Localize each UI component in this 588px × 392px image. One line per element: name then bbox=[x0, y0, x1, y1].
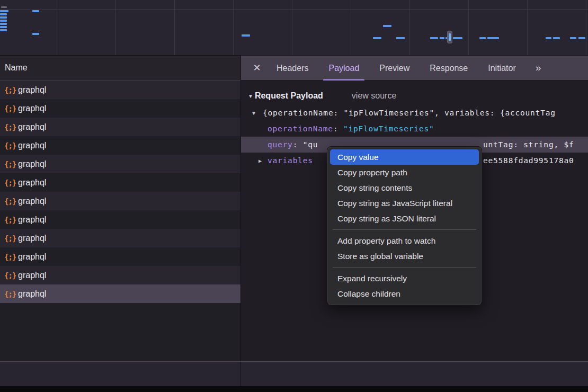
operation-name-row[interactable]: operationName: "ipFlowTimeseries" bbox=[241, 121, 588, 137]
request-row[interactable]: {;}graphql bbox=[0, 136, 240, 155]
request-row[interactable]: {;}graphql bbox=[0, 266, 240, 284]
json-braces-icon: {;} bbox=[4, 123, 18, 131]
json-braces-icon: {;} bbox=[4, 104, 18, 113]
request-row[interactable]: {;}graphql bbox=[0, 118, 240, 136]
property-key: variables bbox=[268, 156, 313, 165]
menu-item-expand-recursively[interactable]: Expand recursively bbox=[330, 271, 479, 286]
request-row[interactable]: {;}graphql bbox=[0, 173, 240, 192]
waterfall-bar[interactable] bbox=[0, 13, 7, 15]
menu-item-copy-string-as-javascript-literal[interactable]: Copy string as JavaScript literal bbox=[330, 195, 479, 211]
menu-separator bbox=[333, 229, 476, 230]
network-main-split: Name {;}graphql{;}graphql{;}graphql{;}gr… bbox=[0, 56, 588, 386]
tab-label: Headers bbox=[277, 64, 308, 73]
expand-triangle-icon[interactable]: ▼ bbox=[252, 110, 255, 116]
window-bottom-edge bbox=[0, 386, 588, 392]
menu-item-collapse-children[interactable]: Collapse children bbox=[330, 286, 479, 301]
menu-item-copy-property-path[interactable]: Copy property path bbox=[330, 165, 479, 180]
waterfall-bar[interactable] bbox=[0, 10, 8, 12]
waterfall-bar[interactable] bbox=[453, 37, 462, 39]
overview-gridline bbox=[527, 0, 528, 56]
menu-item-copy-string-contents[interactable]: Copy string contents bbox=[330, 180, 479, 195]
overview-gridline bbox=[174, 0, 175, 56]
tab-payload[interactable]: Payload bbox=[318, 56, 369, 81]
waterfall-bar[interactable] bbox=[553, 37, 560, 39]
tab-label: Response bbox=[430, 64, 468, 73]
waterfall-bar[interactable] bbox=[242, 34, 250, 37]
waterfall-bar[interactable] bbox=[0, 23, 7, 25]
waterfall-bar[interactable] bbox=[570, 37, 576, 39]
view-source-link[interactable]: view source bbox=[352, 91, 396, 101]
panel-divider bbox=[240, 362, 241, 386]
waterfall-bar[interactable] bbox=[430, 37, 438, 39]
waterfall-bar[interactable] bbox=[1, 6, 7, 8]
menu-item-add-property-path-to-watch[interactable]: Add property path to watch bbox=[330, 233, 479, 248]
request-name-label: graphql bbox=[18, 104, 46, 113]
close-icon[interactable]: ✕ bbox=[247, 58, 266, 77]
request-row[interactable]: {;}graphql bbox=[0, 155, 240, 173]
expand-triangle-icon[interactable]: ▶ bbox=[259, 158, 262, 164]
waterfall-bar[interactable] bbox=[546, 37, 551, 39]
request-name-label: graphql bbox=[18, 159, 46, 169]
menu-item-store-as-global-variable[interactable]: Store as global variable bbox=[330, 248, 479, 264]
menu-item-copy-value[interactable]: Copy value bbox=[330, 149, 479, 165]
request-name-label: graphql bbox=[18, 141, 46, 150]
payload-root-row[interactable]: ▼ {operationName: "ipFlowTimeseries", va… bbox=[241, 105, 588, 121]
request-name-label: graphql bbox=[18, 85, 46, 95]
json-braces-icon: {;} bbox=[4, 234, 18, 243]
json-braces-icon: {;} bbox=[4, 160, 18, 168]
tab-headers[interactable]: Headers bbox=[266, 56, 318, 81]
overview-horizontal-gridline bbox=[0, 9, 588, 10]
overview-gridline bbox=[115, 0, 116, 56]
waterfall-bar[interactable] bbox=[32, 33, 39, 35]
waterfall-bar[interactable] bbox=[396, 37, 405, 39]
waterfall-bar[interactable] bbox=[0, 16, 7, 19]
request-row[interactable]: {;}graphql bbox=[0, 210, 240, 229]
waterfall-bar[interactable] bbox=[32, 10, 39, 12]
json-braces-icon: {;} bbox=[4, 179, 18, 187]
json-braces-icon: {;} bbox=[4, 216, 18, 224]
waterfall-bar[interactable] bbox=[440, 37, 444, 39]
waterfall-bar[interactable] bbox=[479, 37, 486, 39]
waterfall-bar[interactable] bbox=[487, 37, 499, 39]
devtools-network-panel: Name {;}graphql{;}graphql{;}graphql{;}gr… bbox=[0, 0, 588, 392]
request-row[interactable]: {;}graphql bbox=[0, 81, 240, 99]
summary-footer-bar bbox=[0, 361, 588, 386]
tab-label: Preview bbox=[379, 64, 409, 73]
tab-response[interactable]: Response bbox=[420, 56, 478, 81]
overview-gridline bbox=[409, 0, 410, 56]
property-key: query bbox=[268, 140, 293, 149]
name-column-header[interactable]: Name bbox=[0, 56, 240, 81]
waterfall-bar[interactable] bbox=[0, 20, 7, 22]
tab-preview[interactable]: Preview bbox=[369, 56, 420, 81]
waterfall-bar[interactable] bbox=[383, 25, 391, 27]
menu-item-copy-string-as-json-literal[interactable]: Copy string as JSON literal bbox=[330, 211, 479, 226]
tab-initiator[interactable]: Initiator bbox=[478, 56, 525, 81]
request-list-panel: Name {;}graphql{;}graphql{;}graphql{;}gr… bbox=[0, 56, 241, 386]
request-row[interactable]: {;}graphql bbox=[0, 99, 240, 118]
property-value-continuation: untTag: string, $f bbox=[483, 140, 574, 149]
waterfall-bar[interactable] bbox=[0, 29, 7, 31]
request-name-label: graphql bbox=[18, 234, 46, 243]
network-overview-timeline[interactable] bbox=[0, 0, 588, 56]
payload-root-preview: {operationName: "ipFlowTimeseries", vari… bbox=[252, 109, 556, 117]
request-name-label: graphql bbox=[18, 197, 46, 206]
context-menu: Copy valueCopy property pathCopy string … bbox=[327, 146, 482, 306]
tab-label: Payload bbox=[328, 64, 359, 73]
request-row[interactable]: {;}graphql bbox=[0, 284, 240, 303]
request-row[interactable]: {;}graphql bbox=[0, 247, 240, 266]
more-tabs-icon[interactable]: » bbox=[530, 62, 546, 74]
request-name-label: graphql bbox=[18, 215, 46, 225]
request-row[interactable]: {;}graphql bbox=[0, 229, 240, 247]
request-name-label: graphql bbox=[18, 178, 46, 188]
payload-section-header[interactable]: ▼ Request Payload view source bbox=[241, 87, 588, 105]
waterfall-bar[interactable] bbox=[578, 37, 585, 39]
overview-gridline bbox=[292, 0, 292, 56]
request-row[interactable]: {;}graphql bbox=[0, 192, 240, 210]
selected-request-marker-bar bbox=[449, 33, 451, 41]
collapse-triangle-icon: ▼ bbox=[248, 93, 253, 99]
property-value: "ipFlowTimeseries" bbox=[343, 124, 434, 133]
waterfall-bar[interactable] bbox=[373, 37, 381, 39]
colon: : bbox=[333, 124, 343, 133]
json-braces-icon: {;} bbox=[4, 271, 18, 280]
waterfall-bar[interactable] bbox=[0, 26, 7, 28]
